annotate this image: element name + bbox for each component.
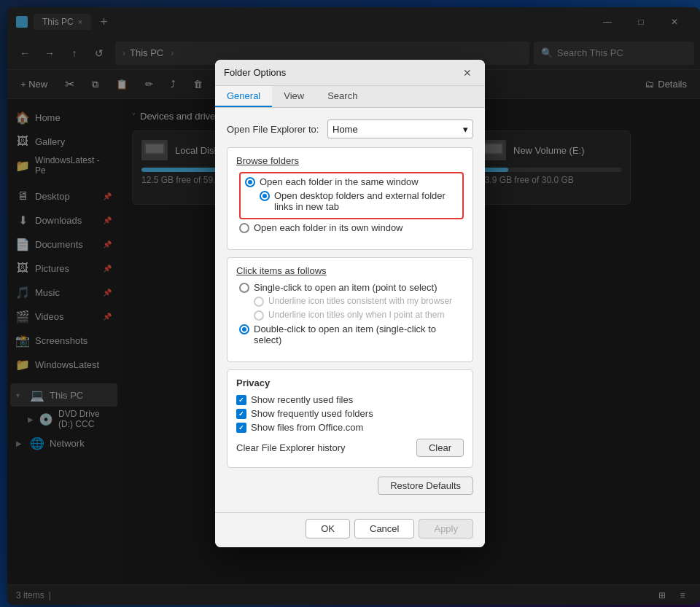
radio-single-click[interactable]: Single-click to open an item (point to s… <box>239 282 464 293</box>
click-items-label: Click items as follows <box>236 265 464 276</box>
tab-search-label: Search <box>327 90 357 101</box>
clear-history-label: Clear File Explorer history <box>236 442 346 453</box>
cb-frequent-folders-box[interactable] <box>236 409 246 419</box>
checkbox-group: Show recently used files Show frequently… <box>236 394 464 433</box>
folder-options-dialog: Folder Options ✕ General View Search Ope… <box>215 60 485 547</box>
cb-recent-files[interactable]: Show recently used files <box>236 394 464 405</box>
radio-desktop-links-label: Open desktop folders and external folder… <box>274 190 458 212</box>
modal-title: Folder Options <box>224 67 459 78</box>
clear-history-row: Clear File Explorer history Clear <box>236 439 464 457</box>
cb-office-files[interactable]: Show files from Office.com <box>236 422 464 433</box>
ok-btn[interactable]: OK <box>306 519 350 539</box>
modal-footer: OK Cancel Apply <box>215 512 485 547</box>
modal-titlebar: Folder Options ✕ <box>215 60 485 86</box>
radio-underline-consistent-label: Underline icon titles consistent with my… <box>268 296 452 306</box>
browse-radio-group: Open each folder in the same window Open… <box>236 172 464 233</box>
radio-underline-point-input[interactable] <box>254 310 264 321</box>
select-chevron: ▾ <box>463 124 468 135</box>
modal-tabs: General View Search <box>215 86 485 108</box>
radio-double-click-input[interactable] <box>239 324 249 334</box>
restore-defaults-btn[interactable]: Restore Defaults <box>378 477 473 495</box>
modal-overlay: Folder Options ✕ General View Search Ope… <box>0 0 700 607</box>
open-explorer-row: Open File Explorer to: Home ▾ <box>227 120 473 138</box>
cb-frequent-folders-label: Show frequently used folders <box>251 408 373 419</box>
modal-close-btn[interactable]: ✕ <box>459 64 476 82</box>
cb-recent-files-label: Show recently used files <box>251 394 353 405</box>
privacy-section: Privacy Show recently used files Show fr… <box>227 369 473 468</box>
radio-own-window-label: Open each folder in its own window <box>254 222 403 233</box>
radio-desktop-links[interactable]: Open desktop folders and external folder… <box>245 190 458 212</box>
privacy-label: Privacy <box>236 377 464 388</box>
click-items-section: Click items as follows Single-click to o… <box>227 257 473 362</box>
restore-defaults-row: Restore Defaults <box>227 477 473 495</box>
radio-single-click-input[interactable] <box>239 283 249 293</box>
apply-btn[interactable]: Apply <box>419 519 473 539</box>
open-explorer-label: Open File Explorer to: <box>227 124 322 135</box>
radio-own-window[interactable]: Open each folder in its own window <box>239 222 464 233</box>
radio-underline-point-label: Underline icon titles only when I point … <box>268 310 444 320</box>
radio-same-window-input[interactable] <box>245 177 255 187</box>
radio-underline-point[interactable]: Underline icon titles only when I point … <box>239 310 464 321</box>
click-radio-group: Single-click to open an item (point to s… <box>236 282 464 345</box>
open-explorer-select[interactable]: Home ▾ <box>327 120 473 138</box>
browse-folders-label: Browse folders <box>236 155 464 166</box>
radio-same-window[interactable]: Open each folder in the same window <box>245 176 458 187</box>
tab-general[interactable]: General <box>215 86 272 107</box>
open-explorer-value: Home <box>332 124 358 135</box>
radio-desktop-links-input[interactable] <box>260 191 270 201</box>
cb-office-files-label: Show files from Office.com <box>251 422 363 433</box>
cb-office-files-box[interactable] <box>236 423 246 433</box>
tab-view[interactable]: View <box>272 86 316 107</box>
clear-btn[interactable]: Clear <box>416 439 464 457</box>
radio-underline-consistent[interactable]: Underline icon titles consistent with my… <box>239 296 464 307</box>
cancel-btn[interactable]: Cancel <box>354 519 414 539</box>
radio-double-click[interactable]: Double-click to open an item (single-cli… <box>239 324 464 345</box>
highlight-box: Open each folder in the same window Open… <box>239 172 464 219</box>
tab-view-label: View <box>284 90 304 101</box>
modal-body: Open File Explorer to: Home ▾ Browse fol… <box>215 108 485 512</box>
tab-search[interactable]: Search <box>316 86 369 107</box>
radio-underline-consistent-input[interactable] <box>254 297 264 307</box>
radio-single-click-label: Single-click to open an item (point to s… <box>254 282 437 293</box>
radio-same-window-label: Open each folder in the same window <box>260 176 419 187</box>
cb-recent-files-box[interactable] <box>236 395 246 405</box>
radio-double-click-label: Double-click to open an item (single-cli… <box>254 324 464 345</box>
tab-general-label: General <box>227 90 260 101</box>
cb-frequent-folders[interactable]: Show frequently used folders <box>236 408 464 419</box>
browse-folders-section: Browse folders Open each folder in the s… <box>227 147 473 250</box>
radio-own-window-input[interactable] <box>239 223 249 233</box>
